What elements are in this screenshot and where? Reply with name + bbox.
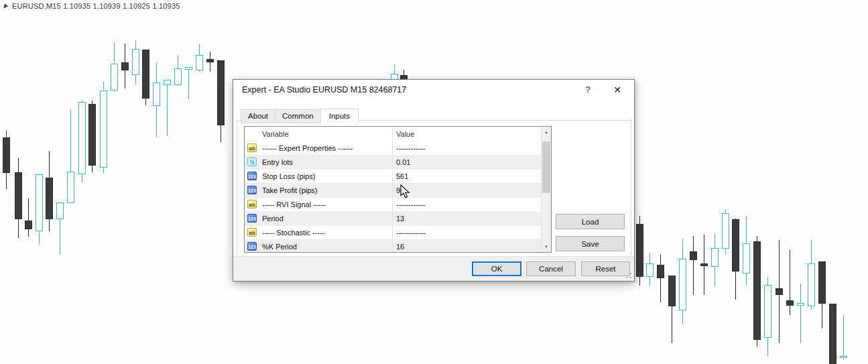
variable-value[interactable]: 0.01 bbox=[396, 158, 410, 166]
variable-name: ----- Stochastic ----- bbox=[262, 229, 325, 237]
candle-wick bbox=[28, 198, 29, 237]
bearish-candle bbox=[46, 178, 53, 219]
scroll-down-icon[interactable]: ▼ bbox=[542, 241, 551, 252]
variable-value[interactable]: ------------ bbox=[396, 229, 426, 237]
variable-value[interactable]: 16 bbox=[396, 243, 404, 251]
string-type-icon: ab bbox=[247, 200, 257, 208]
table-scrollbar[interactable]: ▲ ▼ bbox=[541, 127, 551, 252]
variable-name: Stop Loss (pips) bbox=[262, 172, 315, 180]
table-row[interactable]: 123Period13 bbox=[245, 212, 541, 226]
table-row[interactable]: 123%K Period16 bbox=[245, 240, 541, 253]
bullish-candle bbox=[78, 102, 86, 174]
bullish-candle bbox=[174, 68, 182, 85]
candle-wick bbox=[693, 236, 694, 295]
bearish-candle bbox=[206, 59, 214, 62]
variable-value[interactable]: ------------ bbox=[396, 200, 426, 208]
dialog-title: Expert - EA Studio EURUSD M15 82468717 bbox=[242, 85, 406, 95]
table-header: Variable Value bbox=[245, 127, 551, 142]
bearish-candle bbox=[88, 104, 96, 166]
column-header-variable: Variable bbox=[262, 130, 289, 138]
bullish-candle bbox=[100, 90, 107, 168]
reset-button[interactable]: Reset bbox=[581, 261, 630, 276]
tab-strip: About Common Inputs bbox=[241, 108, 358, 123]
string-type-icon: ab bbox=[247, 143, 257, 152]
bearish-candle bbox=[25, 221, 32, 229]
variable-value[interactable]: ------------ bbox=[396, 144, 426, 152]
bullish-candle bbox=[111, 64, 118, 90]
bullish-candle bbox=[722, 213, 729, 249]
bearish-candle bbox=[786, 300, 794, 306]
bearish-candle bbox=[732, 219, 739, 271]
bearish-candle bbox=[829, 304, 836, 364]
candle-wick bbox=[800, 284, 801, 343]
bearish-candle bbox=[776, 288, 783, 295]
variable-value[interactable]: 13 bbox=[396, 215, 404, 223]
variable-value[interactable]: 90 bbox=[396, 186, 404, 194]
variable-value[interactable]: 561 bbox=[396, 172, 408, 180]
tab-inputs[interactable]: Inputs bbox=[320, 109, 359, 124]
table-row[interactable]: ab----- RVI Signal ----------------- bbox=[245, 198, 541, 212]
bearish-candle bbox=[217, 60, 225, 125]
variable-name: ----- RVI Signal ----- bbox=[262, 200, 326, 208]
bullish-candle bbox=[679, 259, 686, 310]
help-button[interactable]: ? bbox=[580, 84, 595, 96]
symbol-ohlc-text: EURUSD,M15 1.10935 1.10939 1.10925 1.109… bbox=[12, 2, 180, 10]
table-row[interactable]: 123Take Profit (pips)90 bbox=[245, 184, 541, 198]
bullish-candle bbox=[196, 55, 203, 70]
string-type-icon: ab bbox=[247, 228, 257, 237]
load-button[interactable]: Load bbox=[556, 214, 625, 229]
integer-type-icon: 123 bbox=[247, 186, 257, 194]
bullish-candle bbox=[132, 49, 139, 75]
bearish-candle bbox=[690, 251, 697, 260]
symbol-bar: EURUSD,M15 1.10935 1.10939 1.10925 1.109… bbox=[4, 2, 180, 10]
bullish-candle bbox=[743, 243, 750, 274]
candle-wick bbox=[188, 67, 189, 99]
table-row[interactable]: ½Entry lots0.01 bbox=[245, 156, 541, 170]
close-icon[interactable]: ✕ bbox=[609, 83, 625, 97]
table-row[interactable]: ab------ Expert Properties -------------… bbox=[245, 141, 541, 156]
bullish-candle bbox=[36, 174, 43, 231]
variable-name: ------ Expert Properties ------ bbox=[262, 144, 353, 152]
scroll-thumb[interactable] bbox=[542, 141, 550, 193]
bullish-candle bbox=[153, 82, 160, 106]
chart-marker-icon bbox=[3, 3, 9, 9]
bullish-candle bbox=[185, 67, 192, 70]
candle-wick bbox=[167, 80, 168, 136]
bullish-candle bbox=[764, 285, 771, 338]
bearish-candle bbox=[657, 265, 664, 278]
bearish-candle bbox=[636, 224, 643, 277]
bullish-candle bbox=[164, 80, 171, 85]
scroll-up-icon[interactable]: ▲ bbox=[542, 127, 551, 137]
save-button[interactable]: Save bbox=[556, 236, 625, 251]
variable-name: Period bbox=[262, 215, 284, 223]
param-table-body: ab------ Expert Properties -------------… bbox=[245, 141, 541, 253]
bullish-candle bbox=[67, 172, 74, 203]
bearish-candle bbox=[121, 62, 129, 70]
variable-name: Take Profit (pips) bbox=[262, 186, 318, 194]
tab-about[interactable]: About bbox=[241, 109, 275, 123]
bearish-candle bbox=[753, 241, 761, 340]
parameters-table: Variable Value ab------ Expert Propertie… bbox=[244, 126, 552, 253]
bullish-candle bbox=[646, 263, 654, 277]
bearish-candle bbox=[668, 276, 676, 306]
tab-common[interactable]: Common bbox=[275, 109, 321, 123]
resize-grip-icon[interactable] bbox=[625, 272, 632, 279]
cancel-button[interactable]: Cancel bbox=[526, 261, 576, 276]
table-row[interactable]: 123Stop Loss (pips)561 bbox=[245, 170, 541, 184]
double-type-icon: ½ bbox=[247, 158, 257, 166]
bullish-candle bbox=[797, 303, 804, 306]
bearish-candle bbox=[818, 261, 826, 304]
bearish-candle bbox=[3, 137, 10, 173]
candle-wick bbox=[660, 255, 661, 302]
column-divider bbox=[392, 127, 393, 252]
table-row[interactable]: ab----- Stochastic ----------------- bbox=[245, 226, 541, 240]
bearish-candle bbox=[15, 172, 22, 219]
integer-type-icon: 123 bbox=[247, 242, 257, 251]
expert-properties-dialog: Expert - EA Studio EURUSD M15 82468717 ?… bbox=[233, 79, 635, 282]
bullish-candle bbox=[840, 356, 847, 358]
ok-button[interactable]: OK bbox=[472, 261, 521, 276]
bullish-candle bbox=[56, 202, 64, 219]
integer-type-icon: 123 bbox=[247, 172, 257, 180]
dialog-titlebar[interactable]: Expert - EA Studio EURUSD M15 82468717 ?… bbox=[233, 80, 634, 100]
variable-name: Entry lots bbox=[262, 158, 293, 166]
